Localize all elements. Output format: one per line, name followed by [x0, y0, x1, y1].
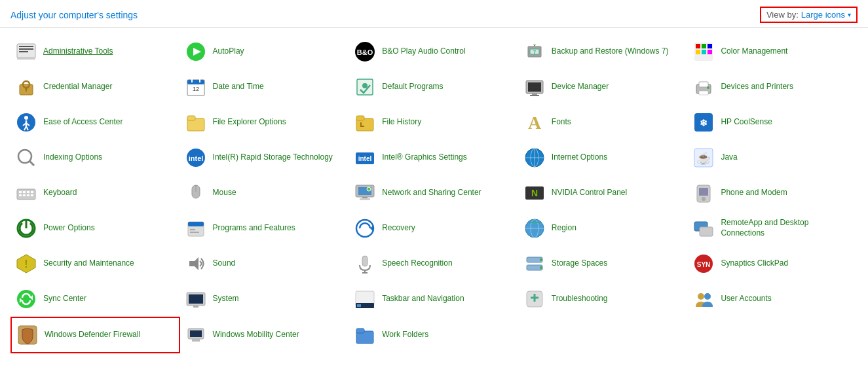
fonts-icon: A	[523, 111, 546, 134]
svg-text:N: N	[531, 188, 538, 198]
sync-center-icon	[14, 287, 38, 311]
item-sound[interactable]: Sound	[180, 246, 350, 281]
svg-point-122	[698, 293, 704, 300]
item-java[interactable]: ☕Java	[688, 140, 858, 175]
item-file-history[interactable]: File History	[349, 105, 519, 140]
svg-rect-49	[356, 116, 364, 120]
item-hp-coolsense[interactable]: ❄HP CoolSense	[688, 105, 858, 140]
sync-center-label: Sync Center	[43, 294, 86, 304]
synaptics-label: Synaptics ClickPad	[721, 258, 788, 269]
item-troubleshooting[interactable]: Troubleshooting	[519, 281, 689, 317]
view-by-value[interactable]: Large icons	[801, 10, 845, 20]
svg-text:!: !	[24, 258, 28, 270]
svg-rect-115	[193, 306, 198, 308]
item-windows-defender[interactable]: Windows Defender Firewall	[10, 317, 180, 353]
item-default-programs[interactable]: Default Programs	[349, 69, 519, 105]
windows-mobility-icon	[184, 323, 208, 347]
item-phone-modem[interactable]: Phone and Modem	[688, 175, 858, 211]
svg-text:12: 12	[193, 86, 199, 92]
item-synaptics[interactable]: SYNSynaptics ClickPad	[688, 246, 858, 281]
svg-rect-23	[26, 89, 27, 92]
item-backup-restore[interactable]: 7Backup and Restore (Windows 7)	[519, 34, 689, 69]
item-device-manager[interactable]: Device Manager	[519, 69, 689, 105]
svg-rect-72	[27, 194, 29, 196]
power-options-label: Power Options	[43, 223, 95, 234]
security-maintenance-icon: !	[14, 252, 38, 275]
autoplay-icon	[184, 40, 208, 63]
item-security-maintenance[interactable]: !Security and Maintenance	[10, 246, 180, 281]
administrative-tools-label: Administrative Tools	[43, 46, 113, 57]
item-programs-features[interactable]: Programs and Features	[180, 211, 350, 246]
svg-rect-84	[699, 188, 708, 196]
item-recovery[interactable]: Recovery	[349, 211, 519, 246]
svg-rect-37	[699, 91, 708, 95]
internet-options-label: Internet Options	[552, 152, 607, 163]
item-system[interactable]: System	[180, 281, 350, 317]
devices-printers-label: Devices and Printers	[721, 82, 793, 92]
item-credential-manager[interactable]: Credential Manager	[10, 69, 180, 105]
item-intel-rapid-storage[interactable]: intelIntel(R) Rapid Storage Technology	[180, 140, 350, 175]
svg-rect-129	[356, 328, 364, 333]
item-color-management[interactable]: Color Management	[688, 34, 858, 69]
svg-text:❄: ❄	[700, 118, 708, 128]
item-storage-spaces[interactable]: Storage Spaces	[519, 246, 689, 281]
svg-marker-100	[189, 257, 198, 270]
mouse-icon	[184, 181, 208, 205]
item-file-explorer-options[interactable]: File Explorer Options	[180, 105, 350, 140]
svg-rect-32	[528, 82, 541, 92]
fonts-label: Fonts	[552, 117, 571, 128]
svg-rect-34	[530, 95, 539, 96]
item-intel-graphics[interactable]: intelIntel® Graphics Settings	[349, 140, 519, 175]
item-indexing-options[interactable]: Indexing Options	[10, 140, 180, 175]
item-mouse[interactable]: Mouse	[180, 175, 350, 211]
item-region[interactable]: Region	[519, 211, 689, 246]
item-date-time[interactable]: 12Date and Time	[180, 69, 350, 105]
region-icon	[523, 217, 546, 240]
item-taskbar-navigation[interactable]: Taskbar and Navigation	[349, 281, 519, 317]
item-power-options[interactable]: Power Options	[10, 211, 180, 246]
view-by-control[interactable]: View by: Large icons ▾	[760, 7, 858, 23]
svg-point-107	[540, 266, 542, 269]
svg-text:SYN: SYN	[697, 261, 711, 268]
devices-printers-icon	[692, 75, 715, 99]
item-work-folders[interactable]: Work Folders	[349, 317, 519, 353]
file-explorer-options-label: File Explorer Options	[213, 117, 286, 128]
remoteapp-icon	[692, 217, 715, 240]
item-nvidia-control[interactable]: NNVIDIA Control Panel	[519, 175, 689, 211]
date-time-icon: 12	[184, 75, 208, 99]
item-network-sharing[interactable]: Network and Sharing Center	[349, 175, 519, 211]
item-fonts[interactable]: AFonts	[519, 105, 689, 140]
svg-rect-89	[190, 229, 195, 230]
recovery-label: Recovery	[382, 223, 415, 234]
item-bo-play[interactable]: B&OB&O Play Audio Control	[349, 34, 519, 69]
svg-text:intel: intel	[358, 155, 372, 162]
item-autoplay[interactable]: AutoPlay	[180, 34, 350, 69]
credential-manager-label: Credential Manager	[43, 82, 112, 92]
item-keyboard[interactable]: Keyboard	[10, 175, 180, 211]
svg-point-40	[24, 116, 28, 120]
item-user-accounts[interactable]: User Accounts	[688, 281, 858, 317]
phone-modem-icon	[692, 181, 715, 205]
item-speech-recognition[interactable]: Speech Recognition	[349, 246, 519, 281]
svg-rect-25	[187, 80, 204, 84]
indexing-options-icon	[14, 146, 38, 169]
svg-rect-114	[189, 294, 203, 304]
hp-coolsense-icon: ❄	[692, 111, 715, 134]
item-internet-options[interactable]: Internet Options	[519, 140, 689, 175]
keyboard-icon	[14, 181, 38, 205]
default-programs-label: Default Programs	[382, 82, 443, 92]
svg-rect-68	[27, 191, 29, 193]
item-sync-center[interactable]: Sync Center	[10, 281, 180, 317]
item-ease-of-access[interactable]: Ease of Access Center	[10, 105, 180, 140]
date-time-label: Date and Time	[213, 82, 264, 92]
item-devices-printers[interactable]: Devices and Printers	[688, 69, 858, 105]
svg-rect-3	[19, 51, 28, 52]
svg-rect-18	[702, 50, 706, 54]
item-remoteapp[interactable]: RemoteApp and Desktop Connections	[688, 211, 858, 246]
svg-rect-66	[19, 191, 22, 193]
user-accounts-label: User Accounts	[721, 294, 771, 304]
item-windows-mobility[interactable]: Windows Mobility Center	[180, 317, 350, 353]
system-label: System	[213, 294, 239, 304]
item-administrative-tools[interactable]: Administrative Tools	[10, 34, 180, 69]
backup-restore-icon: 7	[523, 40, 546, 63]
